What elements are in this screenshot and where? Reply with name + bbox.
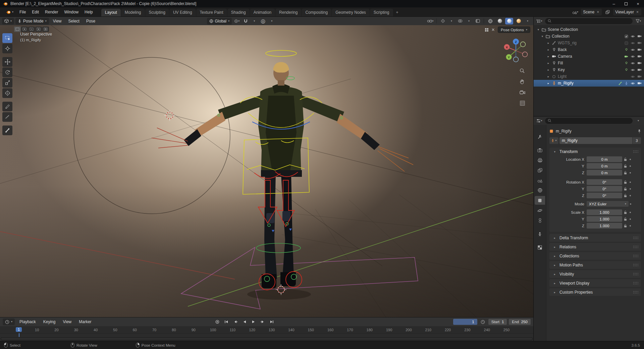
disable-render-icon[interactable] [637, 82, 642, 85]
menu-help[interactable]: Help [82, 9, 96, 15]
tab-layout[interactable]: Layout [101, 9, 121, 16]
disclosure-icon[interactable]: ▸ [546, 55, 551, 58]
lock-icon[interactable] [622, 217, 628, 221]
timeline-ruler[interactable]: 1020304050607080901001101201301401501601… [0, 326, 533, 334]
jump-to-start-button[interactable] [223, 319, 230, 325]
animate-dot[interactable] [628, 182, 632, 183]
properties-section-header[interactable]: ▸ Viewport Display [549, 279, 641, 287]
hide-eye-icon[interactable] [631, 82, 635, 85]
outliner-row-camera[interactable]: ▸ Camera [534, 53, 644, 60]
menu-keying[interactable]: Keying [41, 319, 58, 325]
tool-annotate[interactable] [2, 102, 12, 111]
menu-playback[interactable]: Playback [17, 319, 39, 325]
orthographic-toggle-icon[interactable] [518, 99, 526, 107]
disclosure-icon[interactable]: ▸ [546, 68, 551, 71]
lock-icon[interactable] [622, 164, 628, 168]
gizmos-toggle[interactable] [439, 18, 446, 24]
tool-transform[interactable] [2, 88, 12, 98]
transform-panel-header[interactable]: ▾ Transform [549, 148, 641, 156]
viewport-3d[interactable]: × Pose Options ▾ User Perspective (1) m_… [0, 25, 533, 317]
options-grid-icon[interactable] [485, 28, 489, 32]
drag-dots-icon[interactable] [633, 263, 638, 267]
remove-viewlayer-icon[interactable]: × [636, 10, 639, 14]
unlink-scene-icon[interactable]: × [596, 10, 600, 14]
drag-dots-icon[interactable] [633, 245, 638, 249]
menu-edit[interactable]: Edit [29, 9, 42, 15]
menu-pose[interactable]: Pose [84, 18, 98, 24]
tool-select-box[interactable] [2, 33, 12, 43]
pan-hand-icon[interactable] [518, 78, 526, 86]
tool-cursor[interactable] [2, 44, 12, 53]
close-button[interactable]: × [632, 0, 644, 7]
outliner-row-scene-collection[interactable]: ▾ Scene Collection [534, 26, 644, 33]
pose-options-button[interactable]: Pose Options ▾ [498, 27, 530, 33]
tab-geometry-nodes[interactable]: Geometry Nodes [332, 9, 370, 16]
current-frame-field[interactable]: 1 [453, 319, 477, 325]
tab-tool[interactable] [535, 132, 545, 141]
shading-wireframe-button[interactable] [486, 18, 494, 24]
hide-eye-icon[interactable] [631, 35, 635, 38]
tool-extra[interactable] [2, 126, 12, 135]
lock-icon[interactable] [622, 194, 628, 197]
outliner-search-input[interactable] [545, 18, 633, 24]
camera-view-icon[interactable] [518, 88, 526, 96]
hide-eye-icon[interactable] [631, 48, 635, 51]
overlays-toggle[interactable] [457, 18, 464, 24]
disable-render-icon[interactable] [637, 75, 642, 78]
tab-scene[interactable] [535, 176, 545, 185]
tab-physics[interactable] [535, 206, 545, 215]
lock-icon[interactable] [622, 171, 628, 174]
drag-dots-icon[interactable] [633, 272, 638, 276]
scene-selector[interactable]: Scene × [581, 9, 602, 15]
hide-eye-icon[interactable] [631, 62, 635, 65]
properties-section-header[interactable]: ▸ Relations [549, 243, 641, 251]
tab-object[interactable] [535, 196, 545, 205]
tab-texture[interactable] [535, 243, 545, 252]
animate-dot[interactable] [628, 165, 632, 167]
proportional-editing-toggle[interactable]: ◎ [259, 18, 267, 24]
id-type-chip[interactable]: ▾ [549, 137, 558, 144]
select-invert-button[interactable] [35, 27, 42, 32]
menu-timeline-view[interactable]: View [60, 319, 74, 325]
exclude-checkbox[interactable] [625, 41, 628, 45]
tool-rotate[interactable] [2, 67, 12, 77]
menu-marker[interactable]: Marker [76, 319, 94, 325]
pose-icon[interactable] [625, 82, 628, 85]
object-name-field[interactable]: m_Rigify [559, 137, 632, 144]
lock-icon[interactable] [622, 187, 628, 191]
snap-dropdown[interactable]: ▾ [251, 18, 258, 24]
preview-range-toggle[interactable] [479, 319, 486, 325]
auto-keying-button[interactable] [214, 319, 221, 325]
menu-file[interactable]: File [16, 9, 29, 15]
tab-sculpting[interactable]: Sculpting [145, 9, 169, 16]
properties-search-input[interactable] [545, 118, 633, 124]
location-x-field[interactable]: 0 m [587, 156, 622, 162]
drag-dots-icon[interactable] [633, 291, 638, 294]
mode-selector[interactable]: Pose Mode▾ [15, 18, 49, 24]
animate-dot[interactable] [628, 212, 632, 213]
animate-dot[interactable] [628, 188, 632, 190]
animate-dot[interactable] [628, 195, 632, 196]
disable-render-icon[interactable] [637, 55, 642, 58]
tab-rendering[interactable]: Rendering [275, 9, 301, 16]
light-data-icon[interactable] [625, 68, 628, 72]
lock-icon[interactable] [622, 157, 628, 161]
animate-dot[interactable] [629, 203, 633, 205]
lock-icon[interactable] [622, 180, 628, 184]
add-workspace-button[interactable]: + [393, 9, 401, 16]
drag-dots-icon[interactable] [633, 254, 638, 258]
tab-constraints[interactable] [535, 216, 545, 225]
hide-eye-icon[interactable] [631, 75, 635, 78]
drag-dots-icon[interactable] [633, 150, 638, 153]
outliner-row-key[interactable]: ▸ Key [534, 66, 644, 73]
tab-compositing[interactable]: Compositing [302, 9, 331, 16]
zoom-icon[interactable] [518, 67, 526, 75]
gizmos-dropdown[interactable]: ▾ [448, 18, 455, 24]
disable-render-icon[interactable] [637, 48, 642, 51]
rotation-x-field[interactable]: 0° [587, 179, 622, 185]
current-frame-marker[interactable]: 1 [16, 327, 22, 332]
previous-keyframe-button[interactable] [232, 319, 239, 325]
location-z-field[interactable]: 0 m [587, 170, 622, 176]
snap-toggle[interactable] [242, 18, 249, 24]
menu-select[interactable]: Select [66, 18, 82, 24]
